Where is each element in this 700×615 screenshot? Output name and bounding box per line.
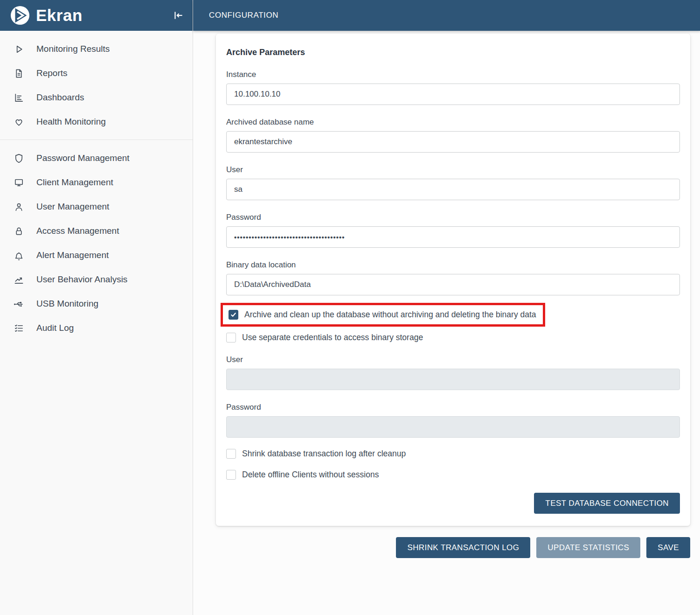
checkbox-row-delete-offline: Delete offline Clients without sessions xyxy=(226,470,680,480)
lock-icon xyxy=(13,225,24,237)
instance-label: Instance xyxy=(226,70,680,79)
content-area: Archive Parameters Instance Archived dat… xyxy=(193,31,700,615)
separate-user-label: User xyxy=(226,355,680,364)
archived-db-label: Archived database name xyxy=(226,118,680,127)
footer-actions: SHRINK TRANSACTION LOG UPDATE STATISTICS… xyxy=(216,537,690,558)
usb-icon xyxy=(13,298,24,309)
sidebar-item-user-behavior-analysis[interactable]: User Behavior Analysis xyxy=(0,267,193,292)
sidebar-group-monitoring: Monitoring Results Reports Dashboards He… xyxy=(0,31,193,134)
checkbox-label: Use separate credentials to access binar… xyxy=(242,333,423,342)
checkbox-label: Archive and clean up the database withou… xyxy=(244,310,536,320)
sidebar-item-label: User Management xyxy=(36,202,109,212)
trend-chart-icon xyxy=(13,274,24,285)
save-button[interactable]: SAVE xyxy=(646,537,690,558)
checklist-icon xyxy=(13,322,24,334)
binary-location-input[interactable] xyxy=(226,274,680,295)
update-statistics-button[interactable]: UPDATE STATISTICS xyxy=(536,537,640,558)
sidebar-item-label: Password Management xyxy=(36,153,130,163)
sidebar-item-client-management[interactable]: Client Management xyxy=(0,170,193,195)
checkbox-row-separate-credentials: Use separate credentials to access binar… xyxy=(226,333,680,342)
sidebar-item-label: Audit Log xyxy=(36,323,74,333)
sidebar-item-dashboards[interactable]: Dashboards xyxy=(0,85,193,110)
checkbox-archive-cleanup[interactable]: Archive and clean up the database withou… xyxy=(229,310,536,320)
sidebar-item-access-management[interactable]: Access Management xyxy=(0,219,193,243)
checkbox-label: Delete offline Clients without sessions xyxy=(242,470,379,480)
separate-password-input xyxy=(226,416,680,438)
sidebar-item-audit-log[interactable]: Audit Log xyxy=(0,316,193,340)
card-actions: TEST DATABASE CONNECTION xyxy=(226,493,680,514)
sidebar-item-reports[interactable]: Reports xyxy=(0,61,193,85)
checkbox-row-shrink-log: Shrink database transaction log after cl… xyxy=(226,449,680,459)
separate-user-input xyxy=(226,369,680,390)
sidebar-collapse-icon[interactable] xyxy=(171,8,185,22)
binary-location-label: Binary data location xyxy=(226,260,680,270)
checkbox-checked-icon[interactable] xyxy=(229,310,238,320)
sidebar-item-label: Health Monitoring xyxy=(36,117,106,127)
sidebar-item-label: USB Monitoring xyxy=(36,299,98,309)
sidebar-item-usb-monitoring[interactable]: USB Monitoring xyxy=(0,292,193,316)
shield-icon xyxy=(13,153,24,164)
top-header-bar: CONFIGURATION xyxy=(193,0,700,31)
card-title: Archive Parameters xyxy=(226,48,680,57)
sidebar-item-monitoring-results[interactable]: Monitoring Results xyxy=(0,37,193,61)
sidebar-header: Ekran xyxy=(0,0,193,31)
app-root: Ekran Monitoring Results xyxy=(0,0,700,615)
sidebar-item-label: Dashboards xyxy=(36,92,84,103)
bell-icon xyxy=(13,250,24,261)
document-icon xyxy=(13,68,24,79)
sidebar-item-label: Alert Management xyxy=(36,250,109,260)
checkbox-shrink-log[interactable]: Shrink database transaction log after cl… xyxy=(226,449,406,459)
checkbox-unchecked-icon[interactable] xyxy=(226,449,236,459)
highlighted-checkbox-region: Archive and clean up the database withou… xyxy=(221,303,545,327)
sidebar-group-management: Password Management Client Management Us… xyxy=(0,140,193,340)
separate-password-label: Password xyxy=(226,403,680,412)
checkbox-delete-offline[interactable]: Delete offline Clients without sessions xyxy=(226,470,379,480)
user-label: User xyxy=(226,165,680,175)
archive-parameters-card: Archive Parameters Instance Archived dat… xyxy=(216,34,690,526)
sidebar-item-label: Monitoring Results xyxy=(36,44,110,54)
checkbox-unchecked-icon[interactable] xyxy=(226,470,236,480)
sidebar-item-alert-management[interactable]: Alert Management xyxy=(0,243,193,267)
ekran-logo: Ekran xyxy=(10,6,83,25)
checkbox-label: Shrink database transaction log after cl… xyxy=(242,449,406,459)
sidebar-item-label: User Behavior Analysis xyxy=(36,274,127,285)
sidebar-item-user-management[interactable]: User Management xyxy=(0,195,193,219)
sidebar-item-label: Reports xyxy=(36,68,68,78)
user-icon xyxy=(13,201,24,212)
test-database-connection-button[interactable]: TEST DATABASE CONNECTION xyxy=(534,493,680,514)
archived-db-input[interactable] xyxy=(226,131,680,153)
monitor-icon xyxy=(13,177,24,188)
checkbox-separate-credentials[interactable]: Use separate credentials to access binar… xyxy=(226,333,423,342)
main-area: CONFIGURATION Archive Parameters Instanc… xyxy=(193,0,700,615)
brand-name: Ekran xyxy=(36,6,83,25)
sidebar: Ekran Monitoring Results xyxy=(0,0,193,615)
user-input[interactable] xyxy=(226,179,680,200)
bar-chart-icon xyxy=(13,92,24,103)
checkbox-unchecked-icon[interactable] xyxy=(226,333,236,342)
sidebar-item-label: Access Management xyxy=(36,226,119,236)
instance-input[interactable] xyxy=(226,84,680,105)
sidebar-item-label: Client Management xyxy=(36,177,113,188)
play-icon xyxy=(13,43,24,55)
shrink-transaction-log-button[interactable]: SHRINK TRANSACTION LOG xyxy=(396,537,530,558)
sidebar-item-health-monitoring[interactable]: Health Monitoring xyxy=(0,110,193,134)
password-label: Password xyxy=(226,213,680,222)
heart-icon xyxy=(13,116,24,127)
ekran-logo-icon xyxy=(10,6,30,25)
password-input[interactable] xyxy=(226,226,680,248)
page-title: CONFIGURATION xyxy=(209,11,278,20)
sidebar-item-password-management[interactable]: Password Management xyxy=(0,146,193,170)
